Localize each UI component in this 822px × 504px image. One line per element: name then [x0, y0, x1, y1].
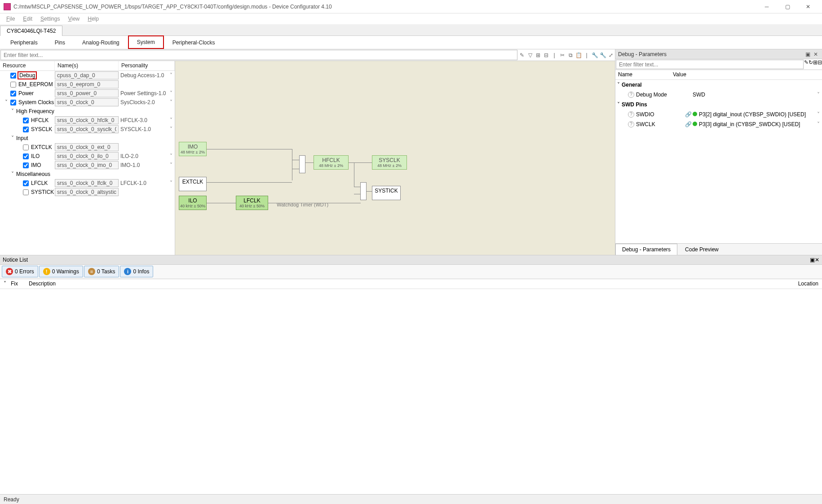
tab-debug-parameters[interactable]: Debug - Parameters: [615, 244, 677, 255]
block-extclk[interactable]: EXTCLK: [179, 177, 207, 191]
param-row[interactable]: ?SWCLK🔗P3[3] digital_in (CYBSP_SWDCK) [U…: [615, 119, 822, 129]
resource-name-input[interactable]: [55, 98, 119, 106]
filter-input[interactable]: [0, 50, 517, 60]
personality-dropdown-icon[interactable]: ˅: [168, 126, 175, 132]
rp-expand-icon[interactable]: ⊞: [813, 59, 818, 70]
menu-edit[interactable]: Edit: [19, 15, 36, 23]
notice-body[interactable]: [0, 289, 822, 495]
tree-row[interactable]: ˅High Frequency: [0, 107, 175, 116]
block-hfclk[interactable]: HFCLK 48 MHz ± 2%: [314, 155, 349, 170]
tree-row[interactable]: ILOILO-2.0˅: [0, 152, 175, 161]
resource-checkbox[interactable]: [23, 153, 29, 159]
copy-icon[interactable]: ⧉: [566, 49, 575, 61]
tree-body[interactable]: DebugDebug Access-1.0˅EM_EEPROMPowerPowe…: [0, 71, 175, 255]
link-icon[interactable]: 🔗: [685, 111, 692, 118]
twist-icon[interactable]: ˅: [4, 99, 9, 105]
resource-checkbox[interactable]: [23, 162, 29, 168]
tree-row[interactable]: HFCLKHFCLK-3.0˅: [0, 116, 175, 125]
notice-filter-button[interactable]: ✖0 Errors: [2, 266, 38, 277]
menu-view[interactable]: View: [64, 15, 83, 23]
menu-settings[interactable]: Settings: [37, 15, 63, 23]
resource-name-input[interactable]: [55, 143, 119, 151]
chevron-down-icon[interactable]: ˅: [815, 111, 822, 118]
resource-checkbox[interactable]: [23, 145, 29, 150]
param-group[interactable]: ˅SWD Pins: [615, 100, 822, 110]
tree-row[interactable]: EXTCLK: [0, 143, 175, 152]
personality-dropdown-icon[interactable]: ˅: [168, 99, 175, 105]
tree-row[interactable]: PowerPower Settings-1.0˅: [0, 89, 175, 98]
col-personality[interactable]: Personality: [119, 61, 175, 70]
resource-name-input[interactable]: [55, 116, 119, 124]
col-names[interactable]: Name(s): [55, 61, 119, 70]
resource-checkbox[interactable]: [10, 82, 16, 88]
close-button[interactable]: ✕: [798, 0, 818, 13]
resource-checkbox[interactable]: [23, 118, 29, 123]
tab-peripherals[interactable]: Peripherals: [2, 36, 46, 49]
resource-checkbox[interactable]: [10, 91, 16, 96]
fit-icon[interactable]: ⤢: [607, 49, 615, 61]
twist-icon[interactable]: ˅: [10, 171, 15, 177]
resource-name-input[interactable]: [55, 179, 119, 187]
filter-icon[interactable]: ▽: [526, 49, 534, 61]
tab-analog-routing[interactable]: Analog-Routing: [74, 36, 128, 49]
resource-name-input[interactable]: [55, 89, 119, 97]
param-row[interactable]: ?Debug ModeSWD˅: [615, 90, 822, 100]
help-icon[interactable]: ?: [628, 121, 634, 127]
clear-filter-icon[interactable]: ✎: [518, 49, 526, 61]
resource-checkbox[interactable]: [23, 127, 29, 132]
tab-code-preview[interactable]: Code Preview: [678, 244, 725, 255]
block-lfclk[interactable]: LFCLK 40 kHz ± 50%: [236, 196, 268, 210]
cut-icon[interactable]: ✂: [558, 49, 566, 61]
personality-dropdown-icon[interactable]: ˅: [168, 72, 175, 79]
rp-collapse-icon[interactable]: ⊟: [818, 59, 822, 70]
chip-tab[interactable]: CY8C4046LQI-T452: [0, 26, 62, 36]
tree-row[interactable]: EM_EEPROM: [0, 80, 175, 89]
param-group[interactable]: ˅General: [615, 80, 822, 90]
maximize-button[interactable]: ▢: [777, 0, 798, 13]
twist-icon[interactable]: ˅: [615, 101, 622, 108]
help-icon[interactable]: ?: [628, 92, 634, 98]
close-panel-icon[interactable]: ✕: [812, 51, 819, 57]
right-filter-input[interactable]: [616, 60, 804, 69]
notice-dock-icon[interactable]: ▣: [810, 257, 815, 263]
twist-icon[interactable]: ˅: [615, 82, 622, 88]
help-icon[interactable]: ?: [628, 111, 634, 118]
param-row[interactable]: ?SWDIO🔗P3[2] digital_inout (CYBSP_SWDIO)…: [615, 110, 822, 119]
menu-help[interactable]: Help: [84, 15, 102, 23]
minimize-button[interactable]: ─: [756, 0, 777, 13]
clock-diagram[interactable]: IMO 48 MHz ± 2% EXTCLK ILO 40 kHz ± 50% …: [175, 61, 615, 255]
tree-row[interactable]: ˅Miscellaneous: [0, 170, 175, 179]
notice-filter-button[interactable]: i0 Infos: [120, 266, 153, 277]
twist-icon[interactable]: ˅: [10, 135, 15, 141]
tree-row[interactable]: SYSTICK: [0, 188, 175, 197]
notice-close-icon[interactable]: ✕: [815, 257, 819, 263]
block-sysclk[interactable]: SYSCLK 48 MHz ± 2%: [372, 155, 407, 170]
col-fix[interactable]: Fix: [7, 279, 25, 289]
notice-filter-button[interactable]: !0 Warnings: [39, 266, 83, 277]
col-resource[interactable]: Resource: [0, 61, 55, 70]
col-location[interactable]: Location: [786, 279, 822, 289]
link-icon[interactable]: 🔗: [685, 121, 692, 127]
notice-filter-button[interactable]: ≡0 Tasks: [84, 266, 119, 277]
block-ilo[interactable]: ILO 40 kHz ± 50%: [179, 196, 207, 210]
block-systick[interactable]: SYSTICK: [372, 186, 401, 200]
twist-icon[interactable]: ˅: [10, 108, 15, 114]
resource-name-input[interactable]: [55, 125, 119, 133]
personality-dropdown-icon[interactable]: ˅: [168, 180, 175, 186]
col-description[interactable]: Description: [25, 279, 786, 289]
tree-row[interactable]: IMOIMO-1.0˅: [0, 161, 175, 170]
tool2-icon[interactable]: 🔧: [599, 49, 607, 61]
tree-row[interactable]: DebugDebug Access-1.0˅: [0, 71, 175, 80]
tree-row[interactable]: SYSCLKSYSCLK-1.0˅: [0, 125, 175, 134]
resource-name-input[interactable]: [55, 80, 119, 88]
dock-icon[interactable]: ▣: [804, 51, 811, 57]
chevron-down-icon[interactable]: ˅: [815, 121, 822, 127]
collapse-all-icon[interactable]: ⊟: [542, 49, 550, 61]
col-param-name[interactable]: Name: [615, 70, 670, 79]
tool1-icon[interactable]: 🔧: [591, 49, 599, 61]
col-param-value[interactable]: Value: [670, 70, 822, 79]
tab-peripheral-clocks[interactable]: Peripheral-Clocks: [164, 36, 224, 49]
tree-row[interactable]: ˅Input: [0, 134, 175, 143]
tab-system[interactable]: System: [128, 35, 164, 49]
resource-checkbox[interactable]: [10, 73, 16, 79]
